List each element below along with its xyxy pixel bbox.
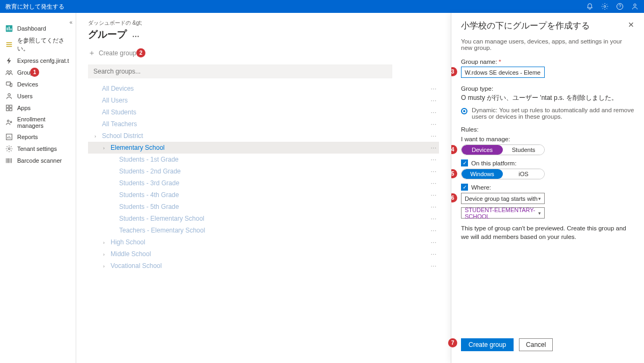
- sidebar-item-bolt[interactable]: Express cenfg.jirat.t: [0, 55, 76, 67]
- sidebar-item-label: Apps: [17, 105, 31, 111]
- sidebar-item-apps[interactable]: Apps: [0, 102, 76, 114]
- sidebar-item-barcode[interactable]: Barcode scanner: [0, 155, 76, 166]
- tree-label: Teachers - Elementary School: [119, 227, 205, 234]
- manage-students-option[interactable]: Students: [503, 145, 544, 155]
- tree-row[interactable]: Students - 2nd Grade···: [88, 165, 439, 177]
- row-more-icon[interactable]: ···: [431, 86, 437, 92]
- sidebar-item-list[interactable]: を参照してください。: [0, 34, 76, 55]
- row-more-icon[interactable]: ···: [431, 133, 437, 139]
- row-more-icon[interactable]: ···: [431, 180, 437, 186]
- tree-row[interactable]: ›Elementary School···: [88, 142, 439, 154]
- dynamic-radio-label: Dynamic: You set up rules to automatical…: [472, 107, 634, 120]
- tree-label: Students - 4th Grade: [119, 191, 179, 199]
- row-more-icon[interactable]: ···: [431, 216, 437, 222]
- tree-row[interactable]: ›School District···: [88, 130, 439, 142]
- tree-row[interactable]: Students - Elementary School···: [88, 213, 439, 224]
- users-icon: [5, 92, 13, 100]
- row-more-icon[interactable]: ···: [431, 98, 437, 104]
- main-content: ダッシュボードの &gt; グループ … ＋ Create group 2 Al…: [76, 13, 451, 363]
- where-value-select[interactable]: STUDENT-ELEMENTARY-SCHOOL▾: [461, 207, 545, 219]
- tree-row[interactable]: Students - 1st Grade···: [88, 154, 439, 165]
- tree-row[interactable]: Students - 3rd Grade···: [88, 177, 439, 189]
- sidebar-item-label: を参照してください。: [17, 37, 70, 53]
- row-more-icon[interactable]: ···: [431, 169, 437, 175]
- row-more-icon[interactable]: ···: [431, 204, 437, 210]
- row-more-icon[interactable]: ···: [431, 251, 437, 257]
- platform-checkbox[interactable]: ✓: [461, 159, 468, 166]
- tree-label: All Teachers: [102, 120, 137, 128]
- bell-icon[interactable]: [586, 3, 594, 10]
- platform-windows-option[interactable]: Windows: [462, 169, 503, 179]
- where-condition-select[interactable]: Device group tag starts with▾: [461, 193, 545, 204]
- dynamic-radio[interactable]: [461, 108, 467, 114]
- tree-label: Students - 5th Grade: [119, 203, 179, 210]
- search-input[interactable]: [88, 64, 392, 78]
- svg-point-0: [604, 5, 606, 8]
- svg-point-11: [10, 71, 12, 73]
- close-icon[interactable]: ✕: [628, 20, 634, 29]
- help-icon[interactable]: [616, 3, 624, 10]
- row-more-icon[interactable]: ···: [431, 157, 437, 163]
- sidebar-item-users[interactable]: Users: [0, 90, 76, 102]
- svg-rect-15: [6, 105, 9, 107]
- manage-label: I want to manage:: [461, 136, 634, 142]
- callout-badge-4: 4: [451, 145, 457, 154]
- account-icon[interactable]: [631, 3, 639, 10]
- chevron-down-icon: ▾: [538, 210, 541, 216]
- tree-row[interactable]: All Teachers···: [88, 118, 439, 130]
- tree-row[interactable]: ›Vocational School···: [88, 260, 439, 272]
- cancel-button[interactable]: Cancel: [519, 338, 553, 351]
- sidebar-item-label: Users: [17, 93, 33, 99]
- sidebar-item-devices[interactable]: Devices: [0, 78, 76, 90]
- chevron-right-icon: ›: [94, 134, 100, 139]
- dashboard-icon: [5, 25, 13, 32]
- tree-label: Middle School: [111, 250, 151, 258]
- tree-row[interactable]: Teachers - Elementary School···: [88, 224, 439, 236]
- row-more-icon[interactable]: ···: [431, 121, 437, 127]
- where-checkbox[interactable]: ✓: [461, 184, 468, 191]
- chevron-right-icon: ›: [103, 252, 108, 257]
- tree-row[interactable]: All Students···: [88, 106, 439, 118]
- platform-ios-option[interactable]: iOS: [503, 169, 544, 179]
- breadcrumb[interactable]: ダッシュボードの &gt;: [88, 19, 439, 27]
- create-group-button[interactable]: ＋ Create group 2: [88, 48, 439, 58]
- create-group-submit-button[interactable]: Create group: [461, 338, 514, 351]
- sidebar-item-reports[interactable]: Reports: [0, 131, 76, 143]
- manage-toggle[interactable]: Devices Students: [461, 144, 545, 155]
- sidebar-item-tenant[interactable]: Tenant settings: [0, 143, 76, 155]
- row-more-icon[interactable]: ···: [431, 192, 437, 198]
- sidebar-item-groups[interactable]: Groups1: [0, 67, 76, 78]
- gear-icon[interactable]: [601, 3, 609, 10]
- row-more-icon[interactable]: ···: [431, 239, 437, 245]
- sidebar-item-label: Reports: [17, 134, 38, 140]
- sidebar-item-enroll[interactable]: Enrollment managers: [0, 114, 76, 131]
- page-title: グループ: [88, 28, 127, 41]
- tree-row[interactable]: ›High School···: [88, 236, 439, 248]
- chevron-down-icon: ▾: [538, 196, 541, 201]
- manage-devices-option[interactable]: Devices: [462, 145, 503, 155]
- title-more-icon[interactable]: …: [132, 30, 140, 39]
- tree-row[interactable]: Students - 5th Grade···: [88, 201, 439, 213]
- reports-icon: [5, 133, 13, 141]
- sidebar-item-dashboard[interactable]: Dashboard: [0, 23, 76, 34]
- tree-label: Vocational School: [111, 262, 162, 270]
- tree-row[interactable]: All Users···: [88, 95, 439, 106]
- sidebar-item-label: Enrollment managers: [17, 116, 70, 129]
- group-name-input[interactable]: [461, 67, 545, 78]
- barcode-icon: [5, 157, 13, 164]
- svg-rect-17: [6, 108, 9, 111]
- bolt-icon: [5, 57, 13, 64]
- svg-rect-16: [10, 105, 12, 107]
- row-more-icon[interactable]: ···: [431, 263, 437, 269]
- groups-icon: [5, 69, 13, 76]
- tree-row[interactable]: Students - 4th Grade···: [88, 189, 439, 201]
- callout-badge-1: 1: [30, 68, 39, 77]
- tree-row[interactable]: All Devices···: [88, 83, 439, 95]
- row-more-icon[interactable]: ···: [431, 110, 437, 115]
- tree-label: All Devices: [102, 85, 134, 92]
- platform-toggle[interactable]: Windows iOS: [461, 169, 545, 179]
- tree-row[interactable]: ›Middle School···: [88, 248, 439, 260]
- platform-label: On this platform:: [471, 160, 516, 166]
- row-more-icon[interactable]: ···: [431, 228, 437, 234]
- row-more-icon[interactable]: ···: [431, 145, 437, 151]
